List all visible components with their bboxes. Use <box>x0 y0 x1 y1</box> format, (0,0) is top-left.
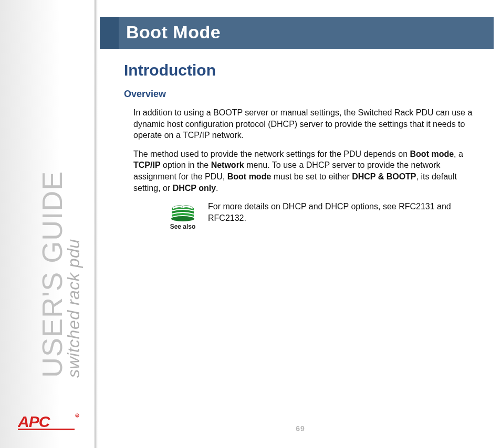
svg-text:APC: APC <box>18 413 51 430</box>
section-heading: Introduction <box>124 61 480 79</box>
p2-text: must be set to either <box>271 172 352 181</box>
p2-text: option in the <box>161 161 211 169</box>
books-icon <box>169 201 197 222</box>
sidebar-subtitle-wrap: switched rack pdu <box>64 239 84 378</box>
svg-text:R: R <box>76 414 78 418</box>
main-content: Boot Mode Introduction Overview In addit… <box>100 0 501 448</box>
page-number: 69 <box>296 424 305 433</box>
apc-logo: APC R <box>18 412 82 430</box>
paragraph-2: The method used to provide the network s… <box>133 148 480 194</box>
sub-heading: Overview <box>124 89 480 100</box>
p2-bold-dhcponly: DHCP only <box>173 184 216 193</box>
sidebar-subtitle: switched rack pdu <box>64 239 83 378</box>
sidebar-title: USER'S GUIDE <box>36 171 68 378</box>
p2-bold-network: Network <box>211 161 244 169</box>
p2-text: The method used to provide the network s… <box>133 150 410 158</box>
page: USER'S GUIDE switched rack pdu APC R Boo… <box>0 0 501 448</box>
p2-bold-bootmode: Boot mode <box>410 150 454 158</box>
p2-text: , a <box>454 150 463 158</box>
content-body: Introduction Overview In addition to usi… <box>100 49 501 230</box>
title-bar: Boot Mode <box>100 17 494 49</box>
p2-bold-dhcpbootp: DHCP & BOOTP <box>352 172 416 181</box>
sidebar-title-wrap: USER'S GUIDE <box>36 171 68 378</box>
vertical-divider <box>95 0 98 448</box>
see-also-label: See also <box>170 223 196 230</box>
footer: 69 <box>100 424 501 433</box>
see-also-block: See also For more details on DHCP and DH… <box>166 201 480 230</box>
paragraph-1: In addition to using a BOOTP server or m… <box>133 107 480 141</box>
svg-rect-1 <box>18 429 75 430</box>
see-also-text: For more details on DHCP and DHCP option… <box>208 201 471 223</box>
p2-bold-tcpip: TCP/IP <box>133 161 161 169</box>
sidebar: USER'S GUIDE switched rack pdu <box>0 0 95 448</box>
page-title: Boot Mode <box>126 22 483 42</box>
svg-point-4 <box>171 216 194 221</box>
see-also-icon-wrap: See also <box>166 201 200 230</box>
p2-bold-bootmode2: Boot mode <box>227 172 272 181</box>
p2-text: . <box>216 184 218 193</box>
